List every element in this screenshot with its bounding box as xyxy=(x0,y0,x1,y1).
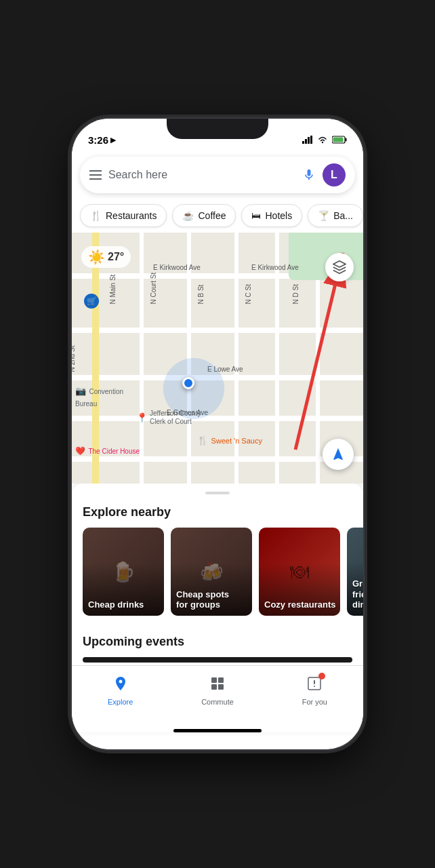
home-indicator xyxy=(173,729,262,732)
weather-sun-icon: ☀️ xyxy=(88,249,105,265)
location-indicator: ▶ xyxy=(110,136,116,144)
svg-rect-0 xyxy=(302,141,304,144)
chip-bars[interactable]: 🍸 Ba... xyxy=(308,204,363,227)
street-label-d: N D St xyxy=(292,284,299,304)
map-area[interactable]: E Kirkwood Ave E Kirkwood Ave E Lowe Ave… xyxy=(72,233,363,484)
chip-hotels-label: Hotels xyxy=(265,210,292,221)
nav-foryou[interactable]: For you xyxy=(266,671,363,710)
chip-bars-label: Ba... xyxy=(333,210,353,221)
chip-restaurants[interactable]: 🍴 Restaurants xyxy=(80,204,167,227)
navigate-icon xyxy=(331,447,346,462)
svg-rect-12 xyxy=(211,684,217,690)
chip-coffee-label: Coffee xyxy=(198,210,226,221)
svg-rect-7 xyxy=(333,138,344,142)
upcoming-title: Upcoming events xyxy=(83,635,352,649)
category-chips: 🍴 Restaurants ☕ Coffee 🛏 Hotels 🍸 Ba... xyxy=(72,199,363,233)
svg-rect-10 xyxy=(211,677,217,683)
card-cozy[interactable]: 🍽 Cozy restaurants xyxy=(259,528,340,616)
restaurants-icon: 🍴 xyxy=(90,210,102,221)
svg-rect-1 xyxy=(305,139,307,144)
road-v1 xyxy=(140,233,144,484)
poi-sweet-saucy: 🍴 Sweet 'n Saucy xyxy=(197,434,262,446)
svg-rect-11 xyxy=(218,677,224,683)
street-label-court: N Court St xyxy=(150,273,157,304)
map-canvas: E Kirkwood Ave E Kirkwood Ave E Lowe Ave… xyxy=(72,233,363,484)
card-friend[interactable]: 🍷 Gro...frie...dini... xyxy=(347,528,363,616)
weather-badge: ☀️ 27° xyxy=(81,246,131,268)
commute-nav-label: Commute xyxy=(201,698,234,706)
foryou-nav-icon xyxy=(306,675,323,696)
user-avatar[interactable]: L xyxy=(323,163,346,186)
nav-explore[interactable]: Explore xyxy=(72,671,169,710)
street-label-b: N B St xyxy=(197,285,205,304)
search-bar[interactable]: Search here L xyxy=(80,157,355,193)
search-input[interactable]: Search here xyxy=(108,169,295,181)
bottom-sheet: Explore nearby 🍺 Cheap drinks 🍻 xyxy=(72,484,363,732)
bars-icon: 🍸 xyxy=(318,210,329,221)
poi-shop: 🛒 xyxy=(84,294,99,309)
street-label-2nd: N 2nd St xyxy=(72,346,76,372)
wifi-icon xyxy=(317,136,328,144)
card-drinks-label: Cheap drinks xyxy=(88,599,144,610)
explore-title: Explore nearby xyxy=(72,505,363,528)
search-bar-container: Search here L xyxy=(72,153,363,199)
chip-coffee[interactable]: ☕ Coffee xyxy=(172,204,236,227)
bottom-nav: Explore Commute xyxy=(72,665,363,724)
nav-commute[interactable]: Commute xyxy=(169,671,266,710)
street-label-c: N C St xyxy=(245,284,252,304)
card-friend-label: Gro...frie...dini... xyxy=(352,578,363,610)
poi-convention: 📷 ConventionBureau xyxy=(75,384,123,409)
svg-point-4 xyxy=(322,142,323,143)
sheet-handle xyxy=(205,492,230,494)
weather-temp: 27° xyxy=(108,251,124,263)
location-dot xyxy=(182,377,194,389)
signal-icon xyxy=(302,136,313,144)
street-label-main: N Main St xyxy=(109,275,117,304)
explore-section: Explore nearby 🍺 Cheap drinks 🍻 xyxy=(72,505,363,627)
upcoming-section: Upcoming events xyxy=(72,627,363,665)
notch xyxy=(167,119,268,139)
chip-hotels[interactable]: 🛏 Hotels xyxy=(241,204,302,227)
card-groups-label: Cheap spotsfor groups xyxy=(176,589,229,610)
street-label-kirkwood1: E Kirkwood Ave xyxy=(153,264,201,271)
status-time: 3:26 xyxy=(88,134,108,146)
chip-restaurants-label: Restaurants xyxy=(106,210,157,221)
commute-nav-icon xyxy=(209,675,226,696)
svg-rect-2 xyxy=(308,137,310,144)
coffee-icon: ☕ xyxy=(182,210,194,221)
phone-frame: 3:26 ▶ xyxy=(72,119,363,749)
svg-rect-3 xyxy=(310,136,312,144)
svg-rect-13 xyxy=(218,684,224,690)
layer-button[interactable] xyxy=(325,253,354,281)
phone-screen: 3:26 ▶ xyxy=(72,119,363,749)
foryou-badge xyxy=(318,673,325,679)
card-groups[interactable]: 🍻 Cheap spotsfor groups xyxy=(171,528,252,616)
poi-cider-house: ❤️ The Cider House xyxy=(75,444,140,456)
foryou-nav-label: For you xyxy=(302,698,327,706)
card-cozy-label: Cozy restaurants xyxy=(264,599,335,610)
battery-icon xyxy=(332,136,347,144)
card-drinks[interactable]: 🍺 Cheap drinks xyxy=(83,528,164,616)
street-label-kirkwood2: E Kirkwood Ave xyxy=(251,264,299,271)
mic-icon[interactable] xyxy=(302,168,316,182)
explore-nav-label: Explore xyxy=(108,698,133,706)
poi-jefferson: 📍 Jefferson CountyClerk of Court xyxy=(136,410,201,426)
explore-cards: 🍺 Cheap drinks 🍻 Cheap spotsfor groups xyxy=(72,528,363,627)
status-icons xyxy=(302,136,347,144)
explore-nav-icon xyxy=(112,675,129,696)
layers-icon xyxy=(332,260,347,275)
svg-rect-6 xyxy=(346,138,347,142)
locate-button[interactable] xyxy=(323,439,354,470)
events-strip xyxy=(83,657,352,663)
menu-button[interactable] xyxy=(89,170,102,180)
hotels-icon: 🛏 xyxy=(251,210,261,221)
